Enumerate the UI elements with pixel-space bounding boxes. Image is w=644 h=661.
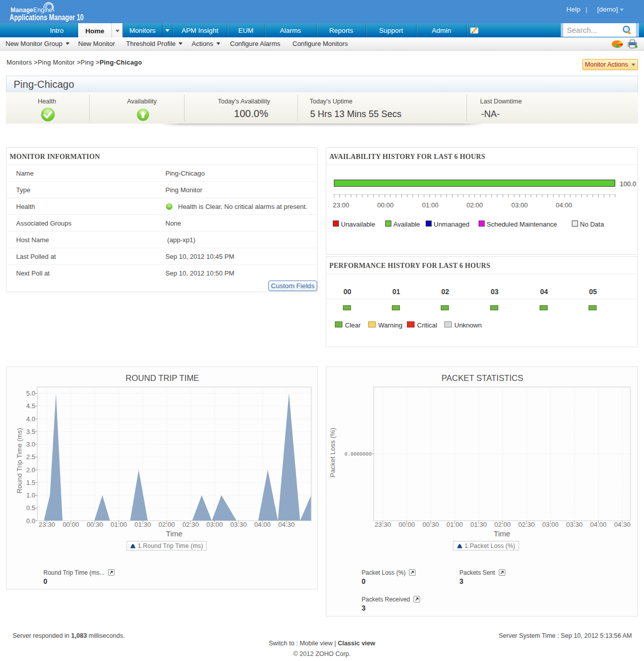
- svg-text:1.0: 1.0: [26, 491, 35, 499]
- svg-text:04:00: 04:00: [590, 521, 607, 528]
- svg-text:03:00: 03:00: [542, 521, 559, 528]
- svg-text:3.0: 3.0: [26, 440, 35, 448]
- svg-text:04:00: 04:00: [254, 521, 271, 528]
- svg-text:02:30: 02:30: [183, 521, 199, 528]
- svg-text:4.5: 4.5: [26, 402, 35, 410]
- svg-text:Round Trip Time (ms): Round Trip Time (ms): [16, 428, 23, 493]
- svg-text:03:30: 03:30: [230, 521, 247, 528]
- svg-text:01:00: 01:00: [110, 521, 127, 528]
- svg-text:5.0: 5.0: [26, 390, 35, 397]
- svg-text:0.0: 0.0: [26, 517, 35, 525]
- svg-text:03:00: 03:00: [206, 521, 223, 528]
- svg-text:02:30: 02:30: [518, 521, 535, 528]
- svg-text:01:00: 01:00: [446, 521, 463, 528]
- svg-text:02:00: 02:00: [494, 521, 511, 528]
- svg-text:3.5: 3.5: [26, 428, 35, 435]
- svg-text:01:30: 01:30: [471, 521, 487, 528]
- svg-text:1.5: 1.5: [26, 479, 35, 486]
- svg-text:2.0: 2.0: [26, 466, 35, 474]
- svg-text:23:30: 23:30: [375, 521, 391, 528]
- svg-text:00:00: 00:00: [398, 521, 415, 528]
- svg-text:0.5: 0.5: [26, 504, 35, 512]
- svg-text:04:30: 04:30: [278, 521, 295, 528]
- svg-text:00:30: 00:30: [423, 521, 439, 528]
- svg-text:23:30: 23:30: [39, 521, 55, 528]
- svg-text:03:30: 03:30: [566, 521, 583, 528]
- svg-text:01:30: 01:30: [135, 521, 151, 528]
- svg-text:2.5: 2.5: [26, 453, 35, 461]
- svg-text:02:00: 02:00: [158, 521, 175, 528]
- svg-text:0.0000000: 0.0000000: [344, 452, 372, 457]
- svg-text:04:30: 04:30: [614, 521, 631, 528]
- svg-text:00:30: 00:30: [87, 521, 103, 528]
- svg-text:00:00: 00:00: [63, 521, 79, 528]
- svg-text:4.0: 4.0: [26, 415, 35, 423]
- svg-text:Packet Loss (%): Packet Loss (%): [329, 428, 336, 477]
